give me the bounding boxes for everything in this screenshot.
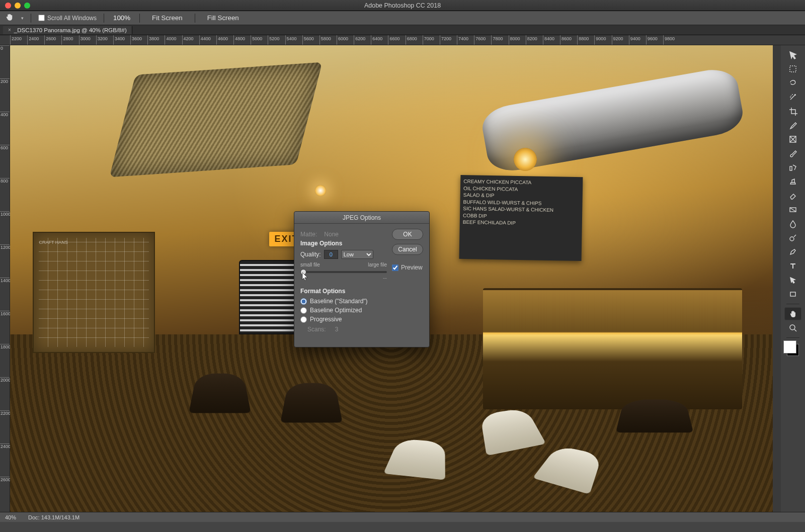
- ruler-tick: 4800: [233, 35, 245, 45]
- ruler-tick: 1200: [0, 244, 10, 278]
- ruler-horizontal[interactable]: 2200240026002800300032003400360038004000…: [0, 35, 805, 45]
- ruler-tick: 1000: [0, 211, 10, 244]
- matte-value: None: [324, 231, 339, 238]
- format-radio[interactable]: [300, 307, 307, 314]
- pendant-lamp: [514, 148, 537, 171]
- type-icon[interactable]: [784, 259, 801, 273]
- clone-stamp-icon[interactable]: [784, 175, 801, 188]
- zoom-icon[interactable]: [784, 321, 801, 334]
- document-tab[interactable]: × _DSC1370 Panorama.jpg @ 40% (RGB/8#): [3, 26, 132, 34]
- dodge-icon[interactable]: [784, 231, 801, 244]
- options-bar: ▾ Scroll All Windows Fit Screen Fill Scr…: [0, 11, 805, 25]
- ruler-tick: 5400: [285, 35, 297, 45]
- window-close-icon[interactable]: [5, 3, 11, 9]
- pen-icon[interactable]: [784, 245, 801, 258]
- ruler-tick: 3200: [96, 35, 108, 45]
- dialog-title[interactable]: JPEG Options: [294, 212, 429, 224]
- quality-input[interactable]: [324, 250, 338, 259]
- bar-counter: [483, 288, 742, 409]
- tools-panel: [781, 45, 805, 512]
- ceiling-vent: [110, 62, 323, 178]
- status-doc-size[interactable]: Doc: 143.1M/143.1M: [28, 514, 79, 520]
- ruler-tick: 200: [0, 78, 10, 112]
- small-file-label: small file: [300, 262, 320, 268]
- ruler-tick: 8000: [509, 35, 520, 45]
- canvas-area[interactable]: CRAFT HANS EXIT CREAMY CHICKEN PICCATAOI…: [10, 45, 773, 512]
- ruler-tick: 7600: [474, 35, 486, 45]
- brush-icon[interactable]: [784, 147, 801, 160]
- quality-label: Quality:: [300, 251, 321, 258]
- magic-wand-icon[interactable]: [784, 91, 801, 104]
- color-swatch[interactable]: [787, 344, 799, 356]
- format-radio[interactable]: [300, 298, 307, 305]
- scroll-all-windows-label: Scroll All Windows: [47, 15, 97, 22]
- ruler-tick: 3000: [79, 35, 91, 45]
- preview-label: Preview: [401, 264, 423, 271]
- quality-slider[interactable]: [300, 271, 387, 273]
- format-option-label: Baseline ("Standard"): [310, 298, 368, 305]
- spot-heal-icon[interactable]: [784, 161, 801, 174]
- move-icon[interactable]: [784, 48, 801, 61]
- ruler-tick: 7800: [491, 35, 503, 45]
- preview-checkbox[interactable]: Preview: [392, 264, 423, 271]
- scroll-all-windows-input[interactable]: [38, 15, 45, 21]
- svg-point-4: [790, 237, 794, 241]
- crop-icon[interactable]: [784, 105, 801, 118]
- ruler-tick: 400: [0, 112, 10, 145]
- rectangle-icon[interactable]: [784, 288, 801, 301]
- ruler-tick: 800: [0, 178, 10, 211]
- mac-titlebar: Adobe Photoshop CC 2018: [0, 0, 805, 11]
- status-zoom[interactable]: 40%: [5, 514, 16, 520]
- ruler-vertical[interactable]: 0200400600800100012001400160018002000220…: [0, 45, 10, 512]
- fill-screen-button[interactable]: Fill Screen: [202, 13, 244, 23]
- preview-checkbox-input[interactable]: [392, 264, 398, 271]
- ruler-tick: 2800: [61, 35, 73, 45]
- path-select-icon[interactable]: [784, 274, 801, 287]
- cancel-button[interactable]: Cancel: [392, 244, 423, 255]
- hand-icon[interactable]: [784, 307, 801, 320]
- ruler-tick: 6200: [354, 35, 365, 45]
- ruler-tick: 2200: [10, 35, 22, 45]
- format-option[interactable]: Baseline ("Standard"): [300, 298, 387, 305]
- hand-tool-icon[interactable]: [5, 13, 14, 23]
- ruler-tick: 6400: [371, 35, 382, 45]
- format-option-label: Baseline Optimized: [310, 307, 362, 314]
- ruler-tick: 4600: [216, 35, 228, 45]
- blur-icon[interactable]: [784, 217, 801, 230]
- ruler-tick: 3400: [113, 35, 125, 45]
- ok-button[interactable]: OK: [392, 229, 423, 240]
- ruler-tick: 9200: [612, 35, 623, 45]
- ruler-tick: 2600: [0, 477, 10, 510]
- wall-blueprint: CRAFT HANS: [33, 232, 155, 353]
- ruler-tick: 3800: [147, 35, 159, 45]
- table: [616, 399, 694, 432]
- window-minimize-icon[interactable]: [15, 3, 21, 9]
- format-option[interactable]: Progressive: [300, 316, 387, 323]
- quality-preset-select[interactable]: LowMediumHighMaximum: [341, 250, 373, 259]
- ruler-tick: 1600: [0, 311, 10, 344]
- lasso-icon[interactable]: [784, 76, 801, 90]
- window-maximize-icon[interactable]: [24, 3, 30, 9]
- ruler-tick: 2600: [44, 35, 56, 45]
- tool-preset-chevron-icon[interactable]: ▾: [21, 16, 24, 21]
- gradient-icon[interactable]: [784, 203, 801, 216]
- zoom-level-field[interactable]: [111, 14, 132, 22]
- eraser-icon[interactable]: [784, 189, 801, 202]
- app-title: Adobe Photoshop CC 2018: [0, 2, 805, 9]
- ruler-tick: 8200: [526, 35, 537, 45]
- ruler-tick: 9800: [663, 35, 675, 45]
- frame-icon[interactable]: [784, 133, 801, 146]
- ruler-tick: 4400: [199, 35, 211, 45]
- svg-rect-5: [790, 292, 795, 296]
- scroll-all-windows-checkbox[interactable]: Scroll All Windows: [38, 15, 97, 22]
- ruler-tick: 1400: [0, 278, 10, 311]
- close-tab-icon[interactable]: ×: [8, 27, 11, 33]
- format-options-header: Format Options: [300, 288, 387, 295]
- format-radio[interactable]: [300, 316, 307, 323]
- format-option[interactable]: Baseline Optimized: [300, 307, 387, 314]
- marquee-icon[interactable]: [784, 62, 801, 75]
- fit-screen-button[interactable]: Fit Screen: [147, 13, 188, 23]
- eyedropper-icon[interactable]: [784, 119, 801, 132]
- ruler-tick: 6800: [406, 35, 417, 45]
- scrollbar-vertical[interactable]: [773, 45, 781, 512]
